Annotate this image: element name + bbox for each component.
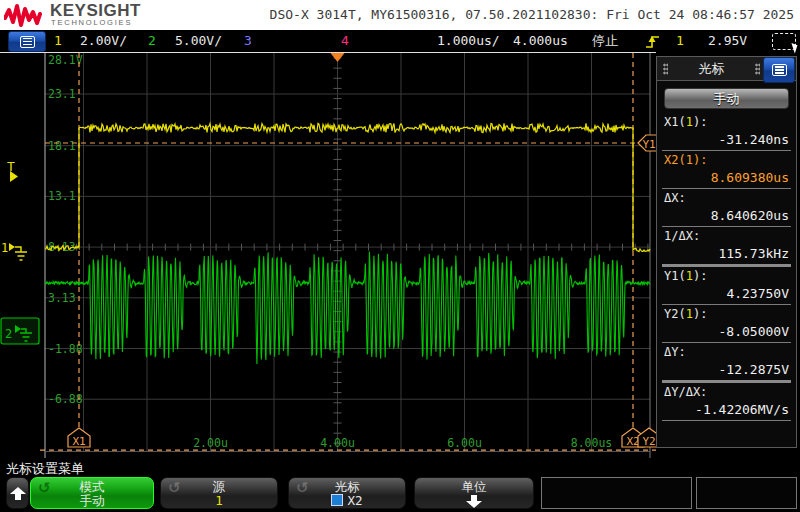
y2-cursor-tag-label: Y2 (642, 435, 655, 448)
x-axis-label: 2.00u (193, 436, 228, 450)
trigger-edge-icon (645, 34, 661, 49)
rotary-knob-icon: ↺ (296, 479, 309, 497)
cursor-readout-slope: ΔY/ΔX: -1.42206MV/s (662, 383, 791, 421)
brand-subtitle: TECHNOLOGIES (51, 18, 132, 27)
y-axis-label: 13.1 (48, 189, 76, 203)
status-toolbar: 1 2.00V/ 2 5.00V/ 3 4 1.000us/ 4.000us 停… (0, 30, 800, 53)
trigger-source[interactable]: 1 (676, 32, 684, 50)
keysight-logo-icon (4, 2, 46, 28)
menu-icon (20, 36, 35, 48)
softkey-mode[interactable]: ↺ 模式 手动 (30, 477, 154, 509)
plot-background (0, 53, 656, 458)
ch1-number[interactable]: 1 (54, 32, 62, 50)
softkey-menu-title: 光标设置菜单 (6, 460, 84, 478)
selection-tool-icon[interactable] (772, 33, 796, 50)
ch4-number[interactable]: 4 (341, 32, 349, 50)
ch2-ground-marker: 2 (5, 327, 12, 341)
y-axis-label: 28.1V (48, 53, 83, 67)
drag-grip-icon[interactable] (663, 63, 668, 75)
ch2-scale[interactable]: 5.00V/ (175, 32, 222, 50)
header-bar: KEYSIGHT TECHNOLOGIES DSO-X 3014T, MY615… (0, 0, 800, 30)
cursor-panel: 光标 手动 X1(1): -31.240ns X2(1): 8.609380us… (656, 56, 797, 448)
ch1-ground-marker: 1 (1, 241, 8, 255)
cursor-panel-menu-button[interactable] (763, 57, 795, 83)
drag-grip-icon[interactable] (755, 63, 760, 75)
oscilloscope-screen: KEYSIGHT TECHNOLOGIES DSO-X 3014T, MY615… (0, 0, 800, 512)
softkey-cursor[interactable]: ↺ 光标 X2 (288, 477, 406, 509)
cursor-readout-x2: X2(1): 8.609380us (662, 151, 791, 189)
rotary-knob-icon: ↺ (168, 479, 181, 497)
x-axis-label: 8.00us (571, 436, 613, 450)
cursor-readout-y1: Y1(1): 4.23750V (662, 267, 791, 305)
timebase-scale[interactable]: 1.000us/ (437, 32, 500, 50)
y-cursor-readout-box: Y1: 4.23750V Y2: -8.05000V (696, 477, 797, 509)
x-axis-label: 4.00u (320, 436, 355, 450)
run-status: 停止 (592, 32, 618, 50)
cursor-readout-dy: ΔY: -12.2875V (662, 343, 791, 383)
softkey-source[interactable]: ↺ 源 1 (160, 477, 278, 509)
x-axis-label: 6.00u (447, 436, 482, 450)
y-axis-label: -1.88 (48, 342, 83, 356)
model-serial-datetime: DSO-X 3014T, MY61500316, 07.50.202110283… (270, 7, 794, 22)
timebase-delay[interactable]: 4.000us (513, 32, 568, 50)
menu-back-button[interactable] (6, 477, 29, 509)
up-arrow-icon (10, 487, 26, 500)
menu-icon (772, 64, 787, 76)
x-cursor-readout-box: X1: -31.240ns X2: 8.609380us (541, 477, 692, 509)
cursor-readout-y2: Y2(1): -8.05000V (662, 305, 791, 343)
softkey-units[interactable]: 单位 (414, 477, 534, 509)
y-axis-label: 23.1 (48, 87, 76, 101)
cursor-readout-dx: ΔX: 8.640620us (662, 189, 791, 227)
trigger-level[interactable]: 2.95V (708, 32, 747, 50)
y1-cursor-tag-label: Y1 (642, 138, 655, 151)
main-menu-button[interactable] (8, 31, 46, 52)
cursor-panel-title: 光标 (674, 60, 749, 78)
y-axis-label: 18.1 (48, 139, 76, 153)
y-axis-label: -6.88 (48, 392, 83, 406)
cursor-readout-inv-dx: 1/ΔX: 115.73kHz (662, 227, 791, 267)
x1-cursor-tag-label: X1 (72, 435, 85, 448)
cursor-select-indicator (331, 494, 343, 506)
down-arrow-icon (466, 495, 482, 508)
y-axis-label: 3.13 (48, 291, 76, 305)
ch3-number[interactable]: 3 (244, 32, 252, 50)
rotary-knob-icon: ↺ (38, 479, 51, 497)
ch1-scale[interactable]: 2.00V/ (80, 32, 127, 50)
waveform-display: 28.1V23.118.113.18.133.13-1.88-6.882.00u… (0, 53, 656, 458)
cursor-readout-x1: X1(1): -31.240ns (662, 113, 791, 151)
cursor-mode-button[interactable]: 手动 (664, 88, 789, 109)
ch2-number[interactable]: 2 (148, 32, 156, 50)
